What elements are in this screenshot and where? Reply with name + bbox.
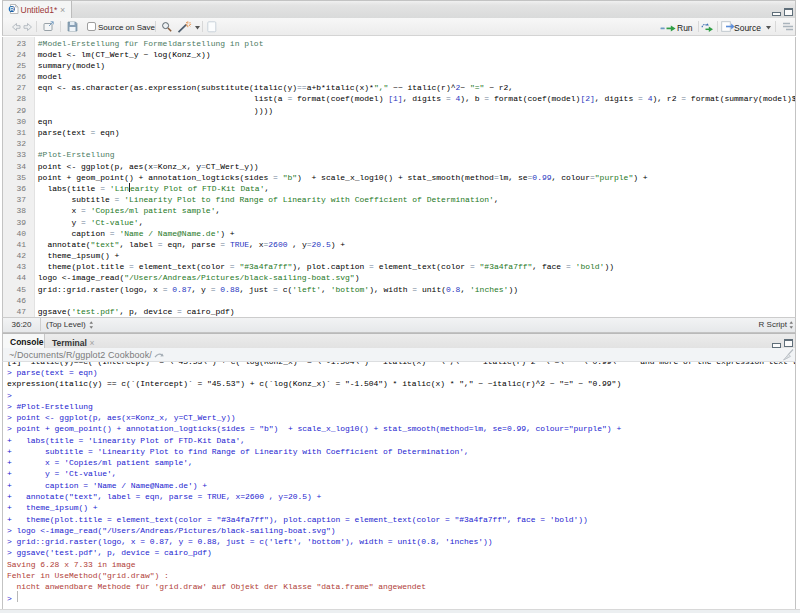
- svg-text:R: R: [10, 6, 15, 12]
